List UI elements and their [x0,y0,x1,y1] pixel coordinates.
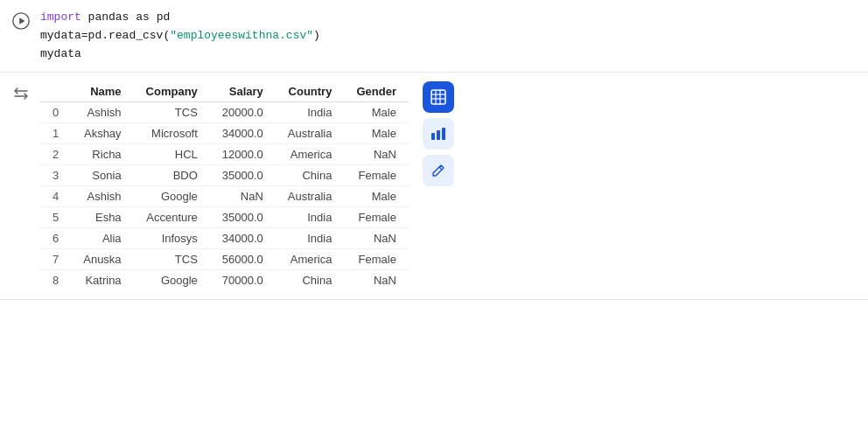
cell-company: Google [134,186,210,207]
cell-company: TCS [134,249,210,270]
cell-country: America [276,249,345,270]
svg-marker-1 [19,17,24,24]
cell-country: Australia [276,186,345,207]
cell-gender: Female [344,249,409,270]
col-header-salary: Salary [210,81,276,102]
output-cell: Name Company Salary Country Gender 0Ashi… [0,73,868,300]
cell-company: HCL [134,144,210,165]
cell-gender: Female [344,207,409,228]
cell-company: Google [134,270,210,291]
row-index: 2 [40,144,71,165]
code-line-1: import pandas as pd [40,9,320,27]
code-line-2: mydata=pd.read_csv("employeeswithna.csv"… [40,27,320,45]
cell-salary: 35000.0 [210,165,276,186]
cell-salary: 70000.0 [210,270,276,291]
table-row: 7AnuskaTCS56000.0AmericaFemale [40,249,409,270]
chart-view-button[interactable] [423,118,454,150]
col-header-name: Name [71,81,133,102]
cell-company: Microsoft [134,123,210,144]
cell-country: China [276,165,345,186]
code-line-3: mydata [40,45,320,64]
table-row: 2RichaHCL12000.0AmericaNaN [40,144,409,165]
row-index: 4 [40,186,71,207]
cell-country: India [276,228,345,249]
table-view-button[interactable] [423,81,454,113]
cell-country: China [276,270,345,291]
svg-rect-8 [437,130,440,140]
table-row: 3SoniaBDO35000.0ChinaFemale [40,165,409,186]
row-index: 1 [40,123,71,144]
cell-gender: NaN [344,228,409,249]
col-header-country: Country [276,81,345,102]
cell-company: TCS [134,102,210,123]
row-index: 7 [40,249,71,270]
cell-gender: Male [344,186,409,207]
cell-salary: 34000.0 [210,123,276,144]
cell-name: Esha [71,207,133,228]
cell-salary: 34000.0 [210,228,276,249]
cell-gender: Female [344,165,409,186]
row-index: 6 [40,228,71,249]
cell-country: India [276,207,345,228]
cell-salary: 56000.0 [210,249,276,270]
table-row: 8KatrinaGoogle70000.0ChinaNaN [40,270,409,291]
output-swap-icon[interactable] [10,83,32,104]
col-header-company: Company [134,81,210,102]
row-index: 8 [40,270,71,291]
table-row: 4AshishGoogleNaNAustraliaMale [40,186,409,207]
row-index: 0 [40,102,71,123]
svg-rect-2 [431,90,445,104]
table-row: 0AshishTCS20000.0IndiaMale [40,102,409,123]
cell-gender: NaN [344,144,409,165]
notebook: import pandas as pd mydata=pd.read_csv("… [0,0,868,439]
cell-name: Sonia [71,165,133,186]
cell-salary: 12000.0 [210,144,276,165]
row-index: 3 [40,165,71,186]
cell-company: BDO [134,165,210,186]
svg-line-10 [439,167,442,170]
svg-rect-7 [431,133,435,140]
cell-name: Ashish [71,186,133,207]
cell-name: Akshay [71,123,133,144]
cell-name: Anuska [71,249,133,270]
cell-country: Australia [276,123,345,144]
cell-name: Katrina [71,270,133,291]
dataframe-table: Name Company Salary Country Gender 0Ashi… [40,81,409,290]
cell-salary: 20000.0 [210,102,276,123]
cell-gender: NaN [344,270,409,291]
cell-name: Alia [71,228,133,249]
view-buttons [423,81,454,186]
edit-view-button[interactable] [423,155,454,186]
output-content: Name Company Salary Country Gender 0Ashi… [40,81,454,290]
run-button[interactable] [10,10,32,31]
col-header-index [40,81,71,102]
cell-salary: NaN [210,186,276,207]
code-cell: import pandas as pd mydata=pd.read_csv("… [0,0,868,73]
cell-gender: Male [344,102,409,123]
cell-gender: Male [344,123,409,144]
cell-company: Infosys [134,228,210,249]
cell-salary: 35000.0 [210,207,276,228]
table-row: 5EshaAccenture35000.0IndiaFemale [40,207,409,228]
cell-name: Richa [71,144,133,165]
code-block: import pandas as pd mydata=pd.read_csv("… [40,9,320,63]
table-row: 6AliaInfosys34000.0IndiaNaN [40,228,409,249]
cell-company: Accenture [134,207,210,228]
row-index: 5 [40,207,71,228]
keyword-import: import [40,10,81,24]
table-row: 1AkshayMicrosoft34000.0AustraliaMale [40,123,409,144]
cell-country: India [276,102,345,123]
cell-country: America [276,144,345,165]
col-header-gender: Gender [344,81,409,102]
cell-name: Ashish [71,102,133,123]
svg-rect-9 [442,128,445,140]
